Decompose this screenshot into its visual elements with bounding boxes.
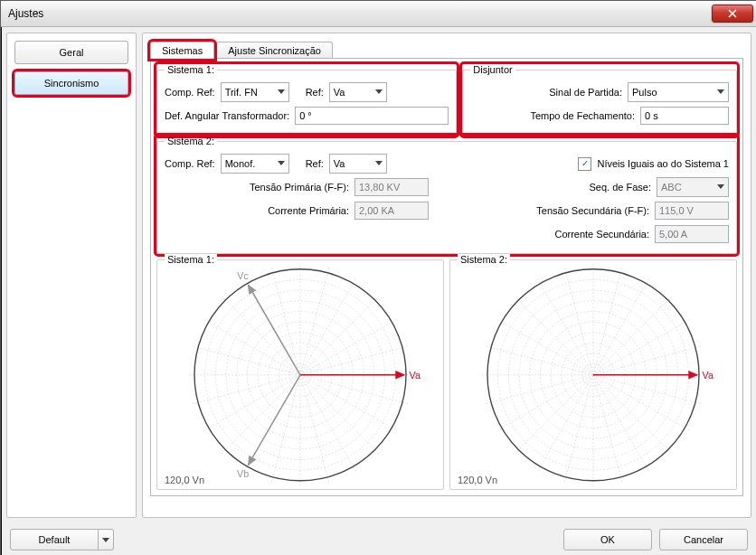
svg-line-37 bbox=[249, 375, 300, 465]
svg-line-43 bbox=[593, 319, 689, 374]
label-tensao-secundaria: Tensão Secundária (F-F): bbox=[465, 205, 649, 216]
svg-line-14 bbox=[204, 375, 300, 430]
svg-line-2 bbox=[300, 319, 396, 374]
label-comp-ref-1: Comp. Ref: bbox=[165, 87, 215, 98]
svg-line-21 bbox=[300, 375, 379, 454]
svg-line-20 bbox=[300, 375, 355, 471]
svg-line-39 bbox=[249, 286, 300, 375]
svg-line-11 bbox=[193, 346, 300, 375]
select-sinal-partida[interactable]: Pulso bbox=[628, 82, 729, 102]
polar-plots-row: Sistema 1: VaVbVc 120,0 Vn Sistema 2: Va… bbox=[156, 259, 737, 490]
label-def-angular: Def. Angular Transformador: bbox=[165, 110, 289, 121]
default-button[interactable]: Default bbox=[10, 529, 99, 550]
cancel-button[interactable]: Cancelar bbox=[659, 529, 748, 550]
svg-line-3 bbox=[300, 296, 379, 375]
label-niveis-iguais: Níveis Iguais ao do Sistema 1 bbox=[597, 158, 729, 169]
select-ref-1[interactable]: Va bbox=[329, 82, 387, 102]
select-comp-ref-1[interactable]: Trif. FN bbox=[221, 82, 289, 102]
polar-scale-1: 120,0 Vn bbox=[165, 475, 204, 485]
label-tempo-fechamento: Tempo de Fechamento: bbox=[470, 110, 635, 121]
select-ref-2[interactable]: Va bbox=[329, 154, 387, 174]
svg-line-17 bbox=[271, 375, 300, 483]
svg-line-55 bbox=[497, 375, 593, 430]
checkbox-niveis-iguais[interactable]: ✓ bbox=[578, 157, 591, 171]
svg-text:Va: Va bbox=[703, 370, 713, 381]
dialog-body: Geral Sincronismo Sistemas Ajuste Sincro… bbox=[1, 27, 756, 523]
label-tensao-primaria: Tensão Primária (F-F): bbox=[165, 182, 349, 193]
svg-line-63 bbox=[593, 375, 689, 430]
label-comp-ref-2: Comp. Ref: bbox=[165, 158, 215, 169]
svg-line-23 bbox=[300, 375, 408, 404]
tab-panel-sistemas: Sistema 1: Comp. Ref: Trif. FN Ref: Va D… bbox=[150, 58, 743, 496]
svg-line-58 bbox=[564, 375, 593, 483]
svg-line-52 bbox=[486, 346, 593, 375]
label-seq-fase: Seq. de Fase: bbox=[465, 182, 651, 193]
title-bar: Ajustes bbox=[1, 1, 756, 27]
group-legend: Sistema 1: bbox=[165, 64, 217, 75]
ok-button[interactable]: OK bbox=[563, 529, 652, 550]
label-ref-1: Ref: bbox=[306, 87, 324, 98]
main-panel: Sistemas Ajuste Sincronização Sistema 1:… bbox=[142, 33, 751, 518]
svg-line-1 bbox=[300, 346, 408, 375]
svg-line-10 bbox=[204, 319, 300, 374]
polar-chart-1: VaVbVc bbox=[159, 262, 441, 487]
label-corrente-primaria: Corrente Primária: bbox=[165, 205, 349, 216]
input-def-angular[interactable]: 0 ° bbox=[295, 107, 449, 125]
input-tensao-secundaria: 115,0 V bbox=[655, 202, 729, 220]
default-dropdown[interactable] bbox=[99, 529, 114, 550]
default-splitbutton[interactable]: Default bbox=[10, 529, 114, 550]
ajustes-dialog: Ajustes Geral Sincronismo Sistemas Ajust… bbox=[0, 0, 756, 555]
svg-line-48 bbox=[564, 268, 593, 375]
select-seq-fase: ABC bbox=[657, 177, 729, 197]
polar-scale-2: 120,0 Vn bbox=[458, 475, 497, 485]
group-legend: Sistema 2: bbox=[165, 136, 217, 146]
svg-line-49 bbox=[538, 278, 593, 374]
polar-title-2: Sistema 2: bbox=[458, 254, 510, 265]
label-corrente-secundaria: Corrente Secundária: bbox=[465, 229, 649, 240]
label-ref-2: Ref: bbox=[306, 158, 324, 169]
svg-line-22 bbox=[300, 375, 396, 430]
svg-line-61 bbox=[593, 375, 648, 471]
close-button[interactable] bbox=[712, 5, 753, 23]
svg-line-51 bbox=[497, 319, 593, 374]
svg-line-50 bbox=[515, 296, 593, 375]
sidebar-item-label: Geral bbox=[60, 47, 84, 58]
dialog-footer: Default OK Cancelar bbox=[1, 523, 756, 555]
label-sinal-partida: Sinal de Partida: bbox=[470, 87, 622, 98]
polar-plot-sistema1: Sistema 1: VaVbVc 120,0 Vn bbox=[156, 259, 444, 490]
svg-line-56 bbox=[515, 375, 593, 454]
sidebar-item-label: Sincronismo bbox=[44, 78, 99, 89]
svg-line-5 bbox=[300, 268, 329, 375]
svg-line-13 bbox=[193, 375, 300, 404]
polar-title-1: Sistema 1: bbox=[165, 254, 217, 265]
tab-label: Ajuste Sincronização bbox=[228, 45, 321, 56]
group-legend: Disjuntor bbox=[470, 64, 515, 75]
svg-line-46 bbox=[593, 268, 622, 375]
window-title: Ajustes bbox=[8, 7, 43, 20]
svg-line-42 bbox=[593, 346, 701, 375]
close-icon bbox=[728, 9, 737, 18]
svg-line-4 bbox=[300, 278, 355, 374]
sidebar-item-sincronismo[interactable]: Sincronismo bbox=[14, 71, 128, 95]
svg-text:Vb: Vb bbox=[237, 468, 249, 479]
tab-ajuste-sincronizacao[interactable]: Ajuste Sincronização bbox=[216, 42, 333, 59]
svg-line-60 bbox=[593, 375, 622, 483]
sidebar-item-geral[interactable]: Geral bbox=[14, 41, 128, 64]
group-disjuntor: Disjuntor Sinal de Partida: Pulso Tempo … bbox=[462, 64, 737, 136]
sidebar: Geral Sincronismo bbox=[6, 33, 137, 518]
svg-line-44 bbox=[593, 296, 672, 375]
select-comp-ref-2[interactable]: Monof. bbox=[221, 154, 289, 174]
svg-line-19 bbox=[300, 375, 329, 483]
input-tempo-fechamento[interactable]: 0 s bbox=[640, 107, 729, 125]
group-sistema1: Sistema 1: Comp. Ref: Trif. FN Ref: Va D… bbox=[156, 64, 457, 136]
group-sistema2: Sistema 2: Comp. Ref: Monof. Ref: Va Ten… bbox=[156, 136, 737, 254]
svg-line-54 bbox=[486, 375, 593, 404]
input-corrente-secundaria: 5,00 A bbox=[655, 225, 729, 243]
input-corrente-primaria: 2,00 KA bbox=[354, 202, 429, 220]
top-row: Sistema 1: Comp. Ref: Trif. FN Ref: Va D… bbox=[156, 64, 737, 136]
svg-text:Va: Va bbox=[410, 370, 421, 381]
input-tensao-primaria: 13,80 KV bbox=[354, 178, 429, 196]
tab-sistemas[interactable]: Sistemas bbox=[150, 42, 214, 59]
svg-line-62 bbox=[593, 375, 672, 454]
tab-bar: Sistemas Ajuste Sincronização bbox=[150, 39, 743, 59]
